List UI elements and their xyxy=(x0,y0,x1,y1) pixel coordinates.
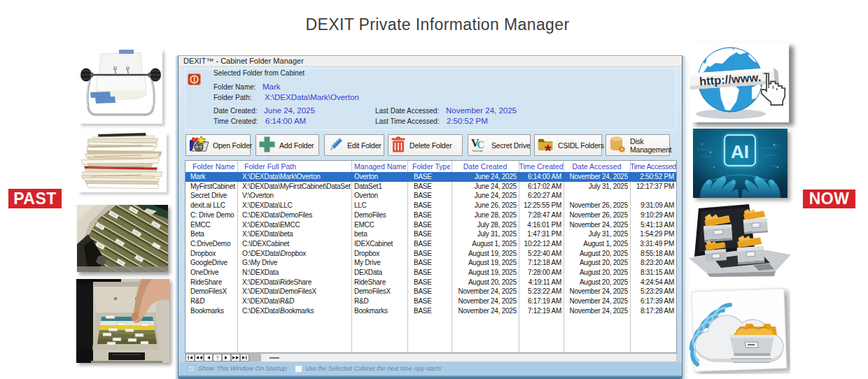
svg-text:VeraCrypt: VeraCrypt xyxy=(472,149,483,152)
svg-text:AI: AI xyxy=(731,141,749,162)
svg-text:?: ? xyxy=(216,355,218,361)
svg-text:C: C xyxy=(477,138,484,150)
